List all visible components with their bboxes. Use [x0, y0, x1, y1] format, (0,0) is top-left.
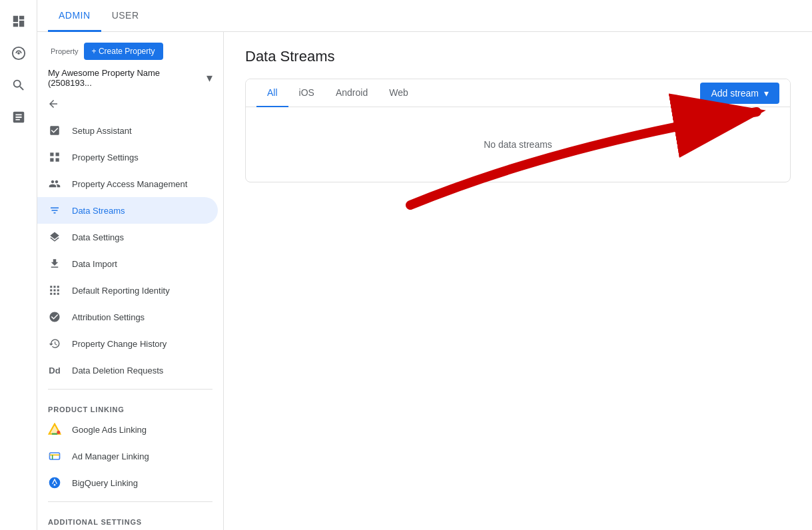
sidebar-item-ad-manager[interactable]: Ad Manager Linking [37, 443, 218, 469]
divider-1 [48, 389, 212, 390]
dd-icon: Dd [48, 364, 61, 377]
property-name: My Awesome Property Name (2508193... [48, 68, 204, 88]
attribution-icon [48, 310, 61, 324]
people-icon [48, 177, 61, 190]
tab-android[interactable]: Android [325, 79, 378, 107]
checkbox-icon [48, 124, 61, 137]
sidebar-label-property-settings: Property Settings [72, 152, 139, 162]
ad-manager-icon [48, 449, 61, 463]
svg-rect-4 [50, 158, 53, 162]
product-linking-section-label: PRODUCT LINKING [37, 395, 223, 416]
dashboard-icon[interactable] [5, 8, 32, 35]
grid-icon [48, 284, 61, 297]
sidebar-label-property-change-history: Property Change History [72, 339, 167, 349]
streams-icon [48, 204, 61, 217]
sidebar-label-property-access: Property Access Management [72, 179, 187, 189]
sidebar-item-setup-assistant[interactable]: Setup Assistant [37, 117, 218, 144]
svg-point-1 [17, 52, 20, 55]
page-title: Data Streams [245, 48, 791, 65]
tab-web[interactable]: Web [378, 79, 419, 107]
sidebar-label-google-ads: Google Ads Linking [72, 425, 147, 435]
data-streams-card: All iOS Android Web Add stream ▾ No data… [245, 79, 791, 182]
analytics-icon[interactable] [5, 40, 32, 67]
property-selector[interactable]: My Awesome Property Name (2508193... ▾ [37, 65, 223, 91]
sidebar-label-data-import: Data Import [72, 259, 117, 269]
tab-admin[interactable]: ADMIN [48, 0, 101, 32]
sidebar-label-data-streams: Data Streams [72, 206, 125, 216]
tab-user[interactable]: USER [101, 0, 150, 32]
dropdown-chevron-icon: ▾ [764, 88, 769, 99]
sidebar-label-ad-manager: Ad Manager Linking [72, 451, 149, 461]
create-property-button[interactable]: + Create Property [84, 43, 163, 60]
main-panel: Data Streams All iOS Android Web Add str… [224, 32, 812, 530]
svg-rect-5 [56, 158, 59, 162]
sidebar-item-data-settings[interactable]: Data Settings [37, 224, 218, 250]
google-ads-icon [48, 423, 61, 436]
property-settings-icon [48, 150, 61, 164]
empty-message: No data streams [484, 139, 552, 150]
svg-point-9 [57, 431, 60, 434]
sidebar-item-data-streams[interactable]: Data Streams [37, 197, 218, 224]
svg-point-14 [54, 484, 56, 486]
history-icon [48, 337, 61, 350]
sidebar-item-default-reporting[interactable]: Default Reporting Identity [37, 277, 218, 304]
upload-icon [48, 257, 61, 270]
sidebar-label-bigquery: BigQuery Linking [72, 478, 138, 488]
streams-tabs: All iOS Android Web Add stream ▾ [246, 79, 790, 107]
sidebar-item-google-ads[interactable]: Google Ads Linking [37, 416, 218, 443]
sidebar-label-default-reporting: Default Reporting Identity [72, 286, 170, 296]
tab-all[interactable]: All [256, 79, 288, 107]
sidebar-label-data-deletion: Data Deletion Requests [72, 366, 163, 376]
sidebar-item-data-import[interactable]: Data Import [37, 250, 218, 277]
top-tabs: ADMIN USER [37, 0, 812, 32]
property-header: Property + Create Property [37, 37, 223, 65]
dropdown-arrow-icon: ▾ [206, 71, 212, 85]
sidebar-label-attribution-settings: Attribution Settings [72, 312, 145, 322]
sidebar-item-attribution-settings[interactable]: Attribution Settings [37, 304, 218, 330]
sidebar-item-bigquery[interactable]: BigQuery Linking [37, 469, 218, 496]
tab-ios[interactable]: iOS [288, 79, 325, 107]
main-area: ADMIN USER Property + Create Property My… [37, 0, 812, 530]
sidebar-item-data-deletion[interactable]: Dd Data Deletion Requests [37, 357, 218, 384]
reports-icon[interactable] [5, 104, 32, 131]
sidebar-label-data-settings: Data Settings [72, 232, 124, 242]
sidebar-item-property-settings[interactable]: Property Settings [37, 144, 218, 170]
divider-2 [48, 501, 212, 502]
bigquery-icon [48, 476, 61, 489]
search-icon[interactable] [5, 72, 32, 99]
layers-icon [48, 230, 61, 244]
property-label: Property [51, 47, 79, 55]
back-button[interactable] [43, 93, 64, 115]
sidebar-label-setup-assistant: Setup Assistant [72, 126, 132, 136]
sidebar-item-property-access[interactable]: Property Access Management [37, 170, 218, 197]
sidebar-item-property-change-history[interactable]: Property Change History [37, 330, 218, 357]
sidebar: Property + Create Property My Awesome Pr… [37, 32, 224, 530]
add-stream-button[interactable]: Add stream ▾ [700, 83, 779, 104]
additional-settings-label: ADDITIONAL SETTINGS [37, 507, 223, 529]
svg-rect-10 [50, 453, 60, 459]
svg-rect-3 [56, 152, 59, 156]
svg-rect-2 [50, 152, 53, 156]
icon-rail [0, 0, 37, 530]
content-row: Property + Create Property My Awesome Pr… [37, 32, 812, 530]
streams-empty-state: No data streams [246, 107, 790, 182]
